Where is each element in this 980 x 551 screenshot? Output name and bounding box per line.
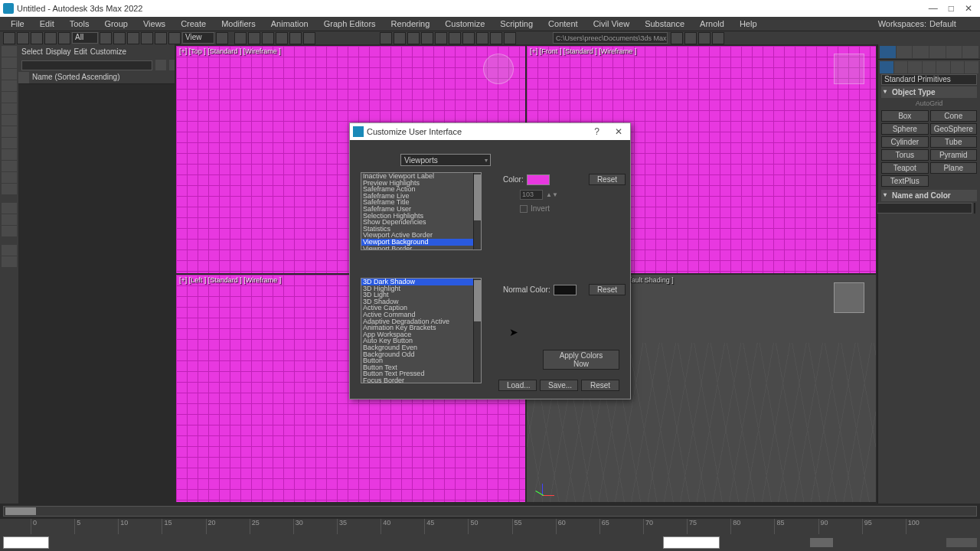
normal-color-swatch[interactable] [554, 285, 577, 295]
filter-cam-icon[interactable] [2, 103, 17, 114]
grid-button[interactable] [946, 538, 977, 547]
filter-helper-icon[interactable] [2, 115, 17, 126]
filter-all-icon[interactable] [2, 46, 17, 57]
schematic-button[interactable] [449, 32, 461, 44]
tab-display[interactable] [946, 46, 962, 58]
list-item[interactable]: Viewport Border [361, 246, 481, 250]
pivot-button[interactable] [216, 32, 228, 44]
elements-dropdown[interactable]: Viewports [400, 154, 491, 166]
time-slider[interactable] [0, 504, 980, 519]
btn-cylinder[interactable]: Cylinder [881, 136, 929, 148]
rotate-button[interactable] [141, 32, 153, 44]
filter-none-icon[interactable] [2, 57, 17, 68]
cat-systems-icon[interactable] [965, 61, 978, 73]
proj2-button[interactable] [684, 32, 697, 44]
status-box-1[interactable] [3, 536, 49, 549]
move-button[interactable] [127, 32, 139, 44]
menu-animation[interactable]: Animation [265, 19, 315, 28]
filter-extra4-icon[interactable] [2, 245, 17, 256]
select-button[interactable] [113, 32, 126, 44]
menu-content[interactable]: Content [542, 19, 584, 28]
material-button[interactable] [462, 32, 475, 44]
se-col-name[interactable]: Name (Sorted Ascending) [29, 72, 171, 83]
tab-create[interactable] [880, 46, 896, 58]
btn-cone[interactable]: Cone [930, 110, 978, 122]
align-button[interactable] [407, 32, 420, 44]
btn-box[interactable]: Box [881, 110, 929, 122]
placement-button[interactable] [168, 32, 181, 44]
menu-group[interactable]: Group [98, 19, 134, 28]
menu-file[interactable]: File [5, 19, 31, 28]
maximize-button[interactable]: □ [949, 3, 954, 14]
cat-cameras-icon[interactable] [923, 61, 936, 73]
vp-top-label[interactable]: [+] [Top ] [Standard ] [Wireframe ] [179, 47, 281, 55]
mirror-button[interactable] [394, 32, 406, 44]
cat-lights-icon[interactable] [908, 61, 922, 73]
se-display[interactable]: Display [46, 47, 71, 56]
window-crossing-button[interactable] [100, 32, 112, 44]
colors-listbox-2[interactable]: 3D Dark Shadow3D Highlight3D Light3D Sha… [361, 278, 482, 383]
btn-sphere[interactable]: Sphere [881, 123, 929, 135]
redo-button[interactable] [17, 32, 29, 44]
btn-textplus[interactable]: TextPlus [881, 175, 929, 187]
tab-hierarchy[interactable] [913, 46, 929, 58]
menu-rendering[interactable]: Rendering [385, 19, 436, 28]
menu-help[interactable]: Help [733, 19, 763, 28]
filter-extra5-icon[interactable] [2, 256, 17, 267]
scale-button[interactable] [155, 32, 167, 44]
frame-input[interactable] [663, 536, 720, 549]
minimize-button[interactable]: — [929, 3, 938, 14]
viewcube-icon[interactable] [834, 282, 864, 313]
color-swatch[interactable] [527, 174, 550, 185]
menu-civilview[interactable]: Civil View [587, 19, 635, 28]
intensity-spinner[interactable]: 103 [520, 190, 543, 200]
viewcube-icon[interactable] [483, 54, 514, 84]
se-col-icon[interactable] [18, 72, 29, 83]
menu-arnold[interactable]: Arnold [694, 19, 730, 28]
time-ruler[interactable]: 0510152025303540455055606570758085909510… [0, 519, 980, 534]
filter-extra1-icon[interactable] [2, 203, 17, 214]
autogrid-checkbox[interactable]: AutoGrid [881, 98, 977, 109]
tab-motion[interactable] [929, 46, 946, 58]
manip-button[interactable] [234, 32, 247, 44]
dialog-titlebar[interactable]: Customize User Interface ? ✕ [350, 123, 630, 140]
btn-plane[interactable]: Plane [930, 162, 978, 174]
viewcube-icon[interactable] [834, 54, 864, 84]
se-clear-icon[interactable] [155, 60, 166, 70]
cat-geometry-icon[interactable] [880, 61, 893, 73]
render-button[interactable] [504, 32, 516, 44]
invert-checkbox[interactable] [520, 205, 528, 213]
cat-spacewarps-icon[interactable] [951, 61, 965, 73]
bind-button[interactable] [58, 32, 70, 44]
close-button[interactable]: ✕ [965, 3, 972, 14]
render-frame-button[interactable] [490, 32, 502, 44]
filter-container-icon[interactable] [2, 172, 17, 183]
menu-grapheditors[interactable]: Graph Editors [318, 19, 382, 28]
filter-extra3-icon[interactable] [2, 226, 17, 236]
proj1-button[interactable] [671, 32, 683, 44]
filter-dropdown[interactable]: All [72, 32, 98, 44]
object-color-swatch[interactable] [974, 203, 975, 214]
menu-tools[interactable]: Tools [64, 19, 96, 28]
time-thumb[interactable] [5, 507, 36, 515]
autokey-button[interactable] [810, 538, 833, 547]
reset-color-button[interactable]: Reset [589, 174, 626, 185]
se-edit[interactable]: Edit [74, 47, 87, 56]
filter-xref-icon[interactable] [2, 149, 17, 160]
btn-pyramid[interactable]: Pyramid [930, 149, 978, 161]
menu-views[interactable]: Views [137, 19, 172, 28]
render-setup-button[interactable] [476, 32, 488, 44]
angsnap-button[interactable] [276, 32, 288, 44]
layers-button[interactable] [421, 32, 433, 44]
btn-geosphere[interactable]: GeoSphere [930, 123, 978, 135]
workspaces-dropdown[interactable]: Default [929, 19, 975, 28]
dialog-help-button[interactable]: ? [590, 126, 604, 137]
vp-left-label[interactable]: [+] [Left ] [Standard ] [Wireframe ] [179, 276, 281, 284]
rollout-object-type[interactable]: Object Type [881, 86, 977, 98]
vp-front-label[interactable]: [+] [Front ] [Standard ] [Wireframe ] [530, 47, 636, 55]
se-search[interactable] [21, 60, 152, 70]
filter-extra2-icon[interactable] [2, 214, 17, 225]
filter-light-icon[interactable] [2, 92, 17, 103]
pctsnap-button[interactable] [289, 32, 302, 44]
namedsel-button[interactable] [380, 32, 392, 44]
